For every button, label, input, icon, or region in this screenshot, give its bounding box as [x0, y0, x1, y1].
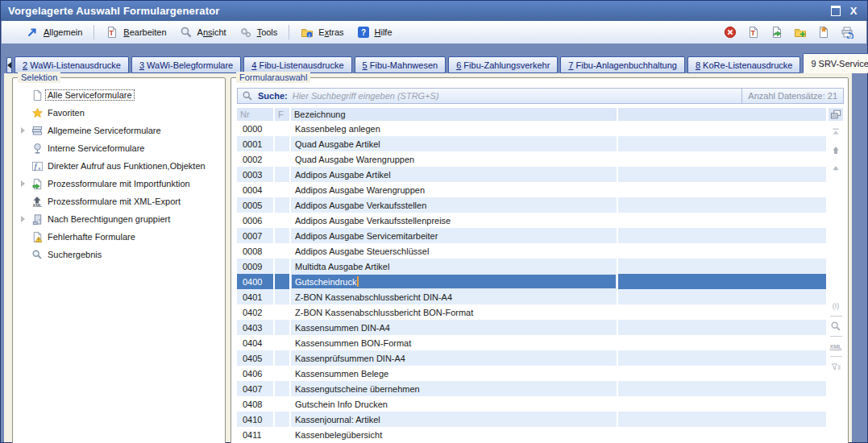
- form-table: Nr F Bezeichnung 0000 Kassenbeleg anlege…: [237, 108, 845, 443]
- doc-warning-icon: [29, 230, 45, 244]
- close-icon[interactable]: X: [848, 6, 859, 16]
- text-caret: [357, 276, 359, 287]
- tab-fibu-mahnwesen[interactable]: 5 Fibu-Mahnwesen: [355, 56, 446, 73]
- table-row[interactable]: 0008 Addipos Ausgabe Steuerschlüssel: [237, 243, 826, 259]
- table-row[interactable]: 0401 Z-BON Kassenabschlussbericht DIN-A4: [237, 289, 826, 304]
- column-chooser-icon[interactable]: [829, 108, 843, 121]
- selektion-group: Selektion Alle Serviceformulare Favorite…: [12, 77, 226, 443]
- table-row[interactable]: 0004 Addipos Ausgabe Warengruppen: [237, 182, 826, 197]
- form-edit-icon[interactable]: T: [747, 26, 762, 39]
- cancel-icon[interactable]: [724, 26, 738, 39]
- menu-separator: [289, 25, 289, 39]
- menu-item-bearbeiten[interactable]: T Bearbeiten: [99, 23, 172, 41]
- restore-icon[interactable]: [830, 6, 841, 16]
- tree-item-prozessformulare-mit-importfunktion[interactable]: Prozessformulare mit Importfunktion: [16, 175, 223, 193]
- tree-item-alle-serviceformulare[interactable]: Alle Serviceformulare: [16, 86, 223, 104]
- search-icon: [242, 90, 253, 101]
- new-page-icon[interactable]: [817, 26, 832, 39]
- tab-fibu-zahlungsverkehr[interactable]: 6 Fibu-Zahlungsverkehr: [448, 56, 558, 73]
- table-row[interactable]: 0007 Addipos Ausgabe Servicemitarbeiter: [237, 228, 826, 243]
- star-icon: [29, 106, 45, 120]
- menu-item-hilfe[interactable]: ? Hilfe: [351, 23, 399, 41]
- expand-arrow-icon[interactable]: [21, 180, 25, 187]
- svg-text:x: x: [38, 166, 40, 171]
- tree-item-fehlerhafte-formulare[interactable]: Fehlerhafte Formulare: [16, 228, 223, 246]
- svg-text:XML: XML: [33, 203, 43, 208]
- paren-info-icon[interactable]: (I): [829, 300, 843, 313]
- tree-item-favoriten[interactable]: Favoriten: [16, 104, 223, 122]
- column-header-bezeichnung[interactable]: Bezeichnung: [291, 108, 617, 121]
- door-icon: [29, 213, 45, 226]
- help-icon: ?: [357, 26, 371, 39]
- table-row[interactable]: 0005 Addipos Ausgabe Verkaufsstellen: [237, 197, 826, 213]
- table-row[interactable]: 0400 Gutscheindruck: [237, 274, 826, 289]
- table-row[interactable]: 0001 Quad Ausgabe Artikel: [237, 136, 826, 151]
- tree-item-direkter-aufruf-aus-funktionen-objekten[interactable]: fx Direkter Aufruf aus Funktionen,Objekt…: [16, 157, 223, 175]
- menu-item-tools[interactable]: Tools: [233, 23, 284, 41]
- fx-icon: fx: [29, 159, 45, 173]
- doc-icon: [29, 89, 45, 102]
- search-label: Suche:: [258, 91, 288, 101]
- table-row[interactable]: 0006 Addipos Ausgabe Verkaufsstellenprei…: [237, 213, 826, 228]
- scroll-page-up-icon[interactable]: [829, 143, 843, 156]
- expand-arrow-icon[interactable]: [21, 216, 25, 222]
- doc-t-icon: T: [106, 26, 119, 39]
- expand-arrow-icon[interactable]: [21, 127, 25, 134]
- print-refresh-icon[interactable]: [841, 26, 855, 39]
- menu-item-ansicht[interactable]: Ansicht: [173, 23, 233, 41]
- tab-scroll-left-button[interactable]: [6, 57, 12, 73]
- folder-info-icon: i: [301, 26, 314, 39]
- table-row[interactable]: 0403 Kassensummen DIN-A4: [237, 320, 826, 335]
- xml-view-icon[interactable]: XML: [829, 340, 843, 353]
- tab-fibu-anlagenbuchhaltung[interactable]: 7 Fibu-Anlagenbuchhaltung: [560, 56, 685, 73]
- table-side-toolbar: (I)XML: [826, 108, 845, 443]
- page-export-icon[interactable]: [770, 26, 785, 39]
- scroll-to-top-icon[interactable]: [829, 125, 843, 138]
- table-body: 0000 Kassenbeleg anlegen 0001 Quad Ausga…: [237, 121, 826, 443]
- table-row[interactable]: 0402 Z-BON Kassenabschlussbericht BON-Fo…: [237, 304, 826, 320]
- table-row[interactable]: 0406 Kassensummen Belege: [237, 366, 826, 381]
- formularauswahl-group: Formularauswahl Suche: Hier Suchbegriff …: [230, 77, 849, 443]
- svg-text:T: T: [110, 29, 114, 37]
- tree-item-prozessformulare-mit-xml-export[interactable]: XML Prozessformulare mit XML-Export: [16, 193, 223, 210]
- table-row[interactable]: 0408 Gutschein Info Drucken: [237, 396, 826, 412]
- table-row[interactable]: 0002 Quad Ausgabe Warengruppen: [237, 151, 826, 167]
- tree-item-nach-berechtigungen-gruppiert[interactable]: Nach Berechtigungen gruppiert: [16, 210, 223, 228]
- menu-separator: [93, 25, 94, 39]
- table-row[interactable]: 0000 Kassenbeleg anlegen: [237, 121, 826, 136]
- tree-item-interne-serviceformulare[interactable]: Interne Serviceformulare: [16, 139, 223, 157]
- doc-import-icon: [29, 177, 45, 191]
- svg-text:?: ?: [361, 28, 366, 37]
- table-row[interactable]: 0009 Multidta Ausgabe Artikel: [237, 259, 826, 274]
- tab-fibu-listenausdrucke[interactable]: 4 Fibu-Listenausdrucke: [243, 56, 351, 73]
- screen-icon: [29, 142, 45, 155]
- menu-item-allgemein[interactable]: Allgemein: [19, 23, 89, 41]
- divider: [830, 336, 842, 337]
- menu-item-extras[interactable]: i Extras: [294, 23, 350, 41]
- table-row[interactable]: 0405 Kassenprüfsummen DIN-A4: [237, 350, 826, 366]
- gears-icon: [239, 26, 253, 39]
- column-header-nr[interactable]: Nr: [237, 108, 273, 121]
- tree-item-allgemeine-serviceformulare[interactable]: Allgemeine Serviceformulare: [16, 122, 223, 139]
- tree-item-suchergebnis[interactable]: Suchergebnis: [16, 246, 223, 263]
- tab-kore-listenausdrucke[interactable]: 8 KoRe-Listenausdrucke: [687, 56, 800, 73]
- tab-wawi-belegformulare[interactable]: 3 WaWi-Belegformulare: [131, 56, 241, 73]
- divider: [830, 316, 842, 317]
- search-zoom-icon[interactable]: [829, 320, 843, 333]
- table-row[interactable]: 0003 Addipos Ausgabe Artikel: [237, 167, 826, 182]
- table-row[interactable]: 0411 Kassenbelegübersicht: [237, 427, 826, 442]
- column-header-f[interactable]: F: [275, 108, 289, 121]
- tab-srv-serviceformulare[interactable]: 9 SRV-Serviceformulare: [803, 53, 868, 73]
- table-row[interactable]: 0407 Kassengutscheine übernehmen: [237, 381, 826, 396]
- add-folder-icon[interactable]: [794, 26, 808, 39]
- tab-wawi-listenausdrucke[interactable]: 2 WaWi-Listenausdrucke: [15, 56, 129, 73]
- svg-text:T: T: [751, 29, 756, 37]
- chevron-left-icon: [7, 62, 11, 68]
- table-row[interactable]: 0410 Kassenjournal: Artikel: [237, 412, 826, 427]
- formularauswahl-group-label: Formularauswahl: [236, 72, 310, 83]
- table-row[interactable]: 0404 Kassensummen BON-Format: [237, 335, 826, 350]
- filter-icon[interactable]: [829, 360, 843, 373]
- search-input[interactable]: Suche: Hier Suchbegriff eingeben (STRG+S…: [237, 88, 844, 104]
- title-bar: Vorgelagerte Auswahl Formulargenerator X: [1, 1, 867, 21]
- scroll-up-icon[interactable]: [829, 162, 843, 175]
